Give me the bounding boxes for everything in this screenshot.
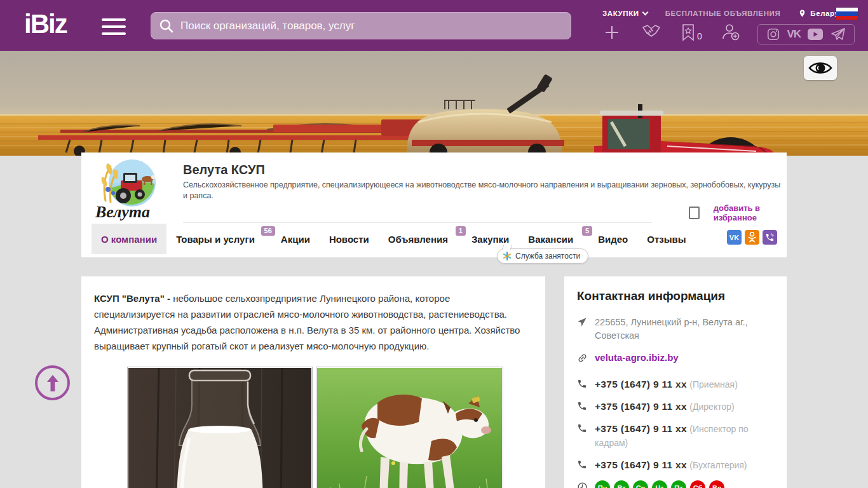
schedule-row: Пн Вт Ср Чт Пт Сб Вс xyxy=(577,480,774,488)
tab-news[interactable]: Новости xyxy=(320,224,379,254)
website-row: veluta-agro.ibiz.by xyxy=(577,351,774,366)
phones-list: +375 (1647) 9 11 xx (Приемная) +375 (164… xyxy=(577,377,774,472)
day-tue[interactable]: Вт xyxy=(614,480,629,488)
phone-number[interactable]: +375 (1647) 9 11 xx xyxy=(595,459,687,470)
calf-image xyxy=(316,367,503,488)
bookmark-star-icon xyxy=(681,24,695,41)
phone-icon xyxy=(577,377,588,391)
company-ok-button[interactable] xyxy=(745,230,759,245)
tab-video[interactable]: Видео xyxy=(588,224,637,254)
day-thu[interactable]: Чт xyxy=(652,480,667,488)
tab-about[interactable]: О компании xyxy=(92,224,166,254)
phone-icon xyxy=(577,422,588,436)
phone-number[interactable]: +375 (1647) 9 11 xx xyxy=(595,379,687,390)
employment-service-icon xyxy=(503,252,512,261)
tab-reviews[interactable]: Отзывы xyxy=(637,224,695,254)
user-add-icon xyxy=(721,23,740,42)
about-images xyxy=(127,367,503,488)
company-vk-button[interactable]: VK xyxy=(727,230,742,245)
day-sun[interactable]: Вс xyxy=(709,480,724,488)
page: iBiz ЗАКУПКИ БЕСПЛАТНЫЕ ОБЪЯВЛЕНИЯ Белар… xyxy=(0,0,868,488)
phone-number[interactable]: +375 (1647) 9 11 xx xyxy=(595,401,687,412)
company-viber-button[interactable] xyxy=(763,230,777,245)
clock-icon xyxy=(577,480,588,488)
svg-text:Велута: Велута xyxy=(95,203,150,221)
employment-service-tooltip: Служба занятости xyxy=(497,248,588,264)
contact-title: Контактная информация xyxy=(577,289,774,303)
favorite-label[interactable]: добавить в избранное xyxy=(714,203,787,222)
location-pin-icon xyxy=(798,8,806,18)
add-company-button[interactable] xyxy=(602,23,621,42)
divider xyxy=(183,222,652,223)
arrow-up-icon xyxy=(44,374,61,393)
free-ads-link[interactable]: БЕСПЛАТНЫЕ ОБЪЯВЛЕНИЯ xyxy=(665,10,781,17)
search-bar xyxy=(151,12,571,39)
accessibility-version-button[interactable] xyxy=(804,56,837,80)
link-icon xyxy=(577,351,588,366)
telegram-icon[interactable] xyxy=(831,27,846,41)
handshake-icon xyxy=(641,24,662,41)
search-input[interactable] xyxy=(180,20,563,32)
plus-icon xyxy=(602,23,621,42)
phone-icon xyxy=(577,400,588,414)
phone-row: +375 (1647) 9 11 xx (Приемная) xyxy=(577,377,774,391)
tab-ads[interactable]: Объявления1 xyxy=(379,224,462,254)
phone-number[interactable]: +375 (1647) 9 11 xx xyxy=(595,423,687,434)
search-icon xyxy=(159,18,174,34)
favorite-checkbox[interactable] xyxy=(689,207,700,219)
header-social-links: VK xyxy=(757,24,855,44)
company-name: Велута КСУП xyxy=(183,163,265,177)
working-days: Пн Вт Ср Чт Пт Сб Вс xyxy=(595,480,724,488)
add-to-favorites[interactable]: добавить в избранное xyxy=(689,203,787,222)
partners-button[interactable] xyxy=(641,24,662,41)
company-logo[interactable]: Велута xyxy=(94,156,163,222)
bookmarks-button[interactable]: 0 xyxy=(681,24,702,41)
chevron-down-icon xyxy=(642,10,648,16)
company-social-buttons: VK xyxy=(727,230,777,245)
milk-bottle-image xyxy=(127,367,313,488)
site-logo[interactable]: iBiz xyxy=(24,9,67,39)
youtube-icon[interactable] xyxy=(807,28,824,41)
phone-label: (Бухгалтерия) xyxy=(689,460,747,470)
day-mon[interactable]: Пн xyxy=(595,480,610,488)
contact-card: Контактная информация 225655, Лунинецкий… xyxy=(564,276,787,488)
field-tractor-image: CASE II xyxy=(0,51,868,156)
company-description: Сельскохозяйственное предприятие, специа… xyxy=(183,180,787,201)
day-wed[interactable]: Ср xyxy=(633,480,648,488)
phone-row: +375 (1647) 9 11 xx (Директор) xyxy=(577,400,774,414)
phone-label: (Приемная) xyxy=(689,379,738,390)
login-button[interactable] xyxy=(721,23,740,42)
company-website-link[interactable]: veluta-agro.ibiz.by xyxy=(595,351,679,363)
tooltip-label: Служба занятости xyxy=(515,252,580,261)
bookmarks-count: 0 xyxy=(697,31,702,41)
eye-icon xyxy=(808,60,833,76)
vk-icon[interactable]: VK xyxy=(787,28,801,41)
hero-banner: CASE II xyxy=(0,51,868,156)
about-text: КСУП "Велута" - небольшое сельхозпредпри… xyxy=(94,290,531,354)
zakupki-menu[interactable]: ЗАКУПКИ xyxy=(602,10,648,17)
menu-hamburger-icon[interactable] xyxy=(102,18,126,39)
language-flag-russia[interactable] xyxy=(836,8,858,20)
day-fri[interactable]: Пт xyxy=(671,480,686,488)
day-sat[interactable]: Сб xyxy=(690,480,705,488)
phone-label: (Директор) xyxy=(689,402,734,412)
tab-bar: О компании Товары и услуги56 Акции Новос… xyxy=(92,224,696,254)
phone-row: +375 (1647) 9 11 xx (Инспектор по кадрам… xyxy=(577,422,774,450)
address-text: 225655, Лунинецкий р-н, Велута аг., Сове… xyxy=(595,316,774,342)
phone-icon xyxy=(577,458,588,472)
viber-icon xyxy=(765,233,775,242)
scroll-to-top-button[interactable] xyxy=(35,365,70,400)
odnoklassniki-icon xyxy=(748,232,756,243)
tab-promotions[interactable]: Акции xyxy=(271,224,320,254)
about-section: КСУП "Велута" - небольшое сельхозпредпри… xyxy=(81,276,545,488)
navigation-arrow-icon xyxy=(577,316,588,330)
header-top-links: ЗАКУПКИ БЕСПЛАТНЫЕ ОБЪЯВЛЕНИЯ Беларусь xyxy=(602,8,848,18)
address-row: 225655, Лунинецкий р-н, Велута аг., Сове… xyxy=(577,316,774,342)
company-card: Велута Велута КСУП Сельскохозяйственное … xyxy=(81,152,787,257)
header-action-icons: 0 xyxy=(602,23,740,42)
about-intro: КСУП "Велута" - xyxy=(94,293,173,304)
tab-products[interactable]: Товары и услуги56 xyxy=(166,224,271,254)
header: iBiz ЗАКУПКИ БЕСПЛАТНЫЕ ОБЪЯВЛЕНИЯ Белар… xyxy=(0,0,868,51)
phone-row: +375 (1647) 9 11 xx (Бухгалтерия) xyxy=(577,458,774,472)
instagram-icon[interactable] xyxy=(766,27,780,41)
